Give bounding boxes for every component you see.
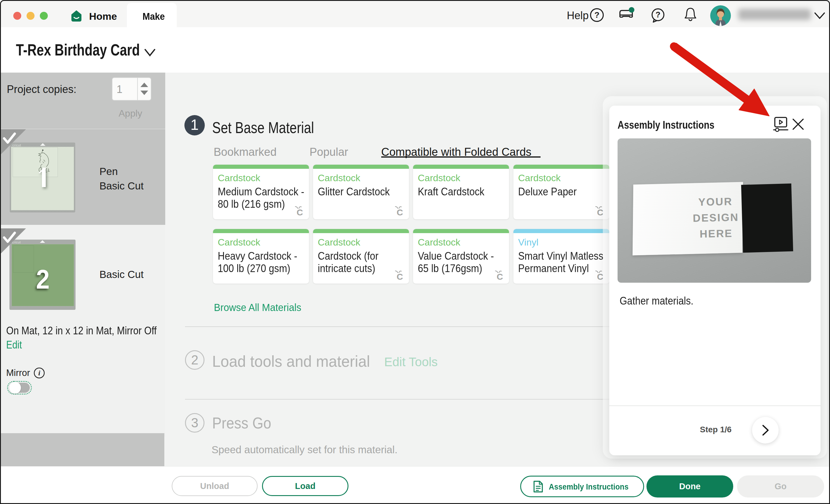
svg-text:C: C xyxy=(396,272,403,281)
svg-text:C: C xyxy=(597,208,603,216)
svg-text:C: C xyxy=(396,208,403,216)
svg-text:i: i xyxy=(38,369,40,377)
svg-text:?: ? xyxy=(594,10,599,20)
svg-text:?: ? xyxy=(656,10,661,19)
svg-text:C: C xyxy=(296,208,303,216)
svg-text:C: C xyxy=(497,272,503,281)
svg-text:C: C xyxy=(597,272,603,281)
